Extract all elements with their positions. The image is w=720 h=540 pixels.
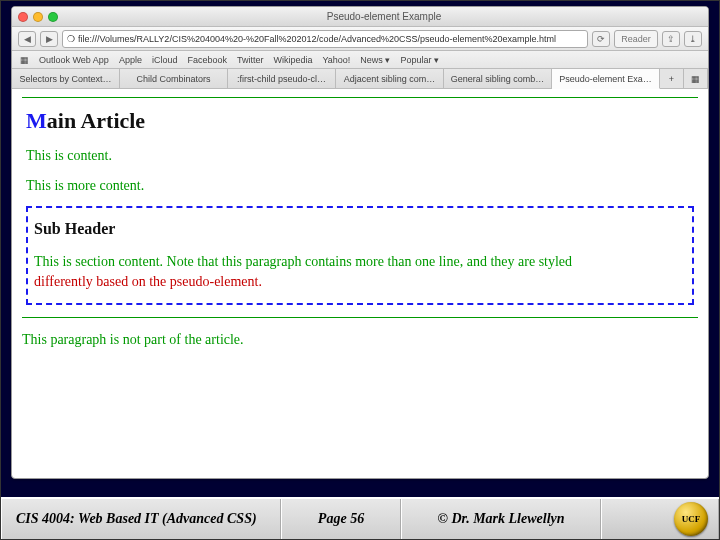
section: Sub Header This is section content. Note…	[26, 206, 694, 305]
bookmark-item[interactable]: Yahoo!	[323, 55, 351, 65]
bookmarks-bar: ▦ Outlook Web App Apple iCloud Facebook …	[12, 51, 708, 69]
bookmark-item[interactable]: News ▾	[360, 55, 390, 65]
tab-0[interactable]: Selectors by Context…	[12, 69, 120, 88]
bookmark-item[interactable]: Apple	[119, 55, 142, 65]
tab-1[interactable]: Child Combinators	[120, 69, 228, 88]
ucf-logo-icon: UCF	[674, 502, 708, 536]
bookmarks-list-icon[interactable]: ▦	[20, 55, 29, 65]
bookmark-item[interactable]: Popular ▾	[400, 55, 439, 65]
toolbar: ◀ ▶ ❍ file:///Volumes/RALLY2/CIS%204004%…	[12, 27, 708, 51]
main-heading: Main Article	[26, 108, 694, 134]
browser-window: Pseudo-element Example ◀ ▶ ❍ file:///Vol…	[11, 6, 709, 479]
page-icon: ❍	[67, 34, 75, 44]
reader-button[interactable]: Reader	[614, 30, 658, 48]
paragraph-1: This is content.	[26, 148, 694, 164]
bookmark-item[interactable]: Facebook	[187, 55, 227, 65]
footer-course: CIS 4004: Web Based IT (Advanced CSS)	[1, 499, 281, 539]
tab-2[interactable]: :first-child pseudo-cl…	[228, 69, 336, 88]
window-title: Pseudo-element Example	[66, 11, 702, 22]
first-letter: M	[26, 108, 47, 133]
url-text: file:///Volumes/RALLY2/CIS%204004%20-%20…	[78, 34, 556, 44]
tab-5[interactable]: Pseudo-element Exa…	[552, 69, 660, 89]
back-button[interactable]: ◀	[18, 31, 36, 47]
tab-3[interactable]: Adjacent sibling com…	[336, 69, 444, 88]
url-field[interactable]: ❍ file:///Volumes/RALLY2/CIS%204004%20-%…	[62, 30, 588, 48]
window-controls	[18, 12, 58, 22]
bookmark-item[interactable]: Outlook Web App	[39, 55, 109, 65]
bookmark-item[interactable]: Wikipedia	[273, 55, 312, 65]
heading-rest: ain Article	[47, 108, 145, 133]
titlebar: Pseudo-element Example	[12, 7, 708, 27]
footer-page: Page 56	[281, 499, 401, 539]
section-line-2: differently based on the pseudo-element.	[34, 274, 262, 289]
tab-4[interactable]: General sibling comb…	[444, 69, 552, 88]
section-line-1: This is section content. Note that this …	[34, 254, 572, 269]
new-tab-button[interactable]: +	[660, 69, 684, 88]
section-paragraph: This is section content. Note that this …	[34, 252, 686, 293]
paragraph-2: This is more content.	[26, 178, 694, 194]
zoom-icon[interactable]	[48, 12, 58, 22]
reload-button[interactable]: ⟳	[592, 31, 610, 47]
article: Main Article This is content. This is mo…	[22, 97, 698, 318]
slide-footer: CIS 4004: Web Based IT (Advanced CSS) Pa…	[1, 497, 719, 539]
share-button[interactable]: ⇪	[662, 31, 680, 47]
show-all-tabs-button[interactable]: ▦	[684, 69, 708, 88]
minimize-icon[interactable]	[33, 12, 43, 22]
sub-heading: Sub Header	[34, 220, 686, 238]
footer-author: © Dr. Mark Llewellyn	[401, 499, 601, 539]
tab-bar: Selectors by Context… Child Combinators …	[12, 69, 708, 89]
bookmark-item[interactable]: Twitter	[237, 55, 264, 65]
downloads-button[interactable]: ⤓	[684, 31, 702, 47]
footer-logo-cell: UCF	[601, 499, 719, 539]
forward-button[interactable]: ▶	[40, 31, 58, 47]
bookmark-item[interactable]: iCloud	[152, 55, 178, 65]
outside-paragraph: This paragraph is not part of the articl…	[22, 332, 698, 348]
page-content: Main Article This is content. This is mo…	[12, 89, 708, 478]
close-icon[interactable]	[18, 12, 28, 22]
